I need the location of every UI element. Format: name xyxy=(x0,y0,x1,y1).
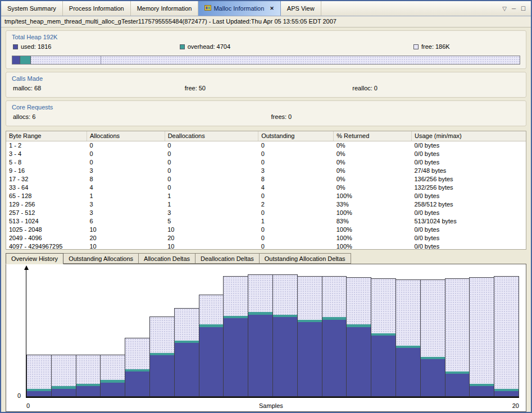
table-row[interactable]: 17 - 328080%136/256 bytes xyxy=(6,175,526,183)
tab-malloc-information[interactable]: Malloc Information✕ xyxy=(198,1,280,16)
table-cell: 0 xyxy=(258,208,334,217)
table-row[interactable]: 5 - 80000%0/0 bytes xyxy=(6,158,526,166)
tab-memory-information[interactable]: Memory Information xyxy=(131,1,199,16)
used-segment xyxy=(347,327,371,396)
column-header-byte-range[interactable]: Byte Range xyxy=(6,131,87,141)
tab-system-summary[interactable]: System Summary xyxy=(1,1,63,16)
stat-malloc: malloc: 68 xyxy=(13,85,41,91)
window-controls: ▽ ─ ☐ xyxy=(497,1,531,16)
sample-bar-8 xyxy=(199,295,224,397)
table-cell: 3 xyxy=(165,208,258,217)
x-axis-title: Samples xyxy=(259,402,283,409)
table-row[interactable]: 1025 - 204810100100%0/0 bytes xyxy=(6,225,526,233)
table-cell: 100% xyxy=(334,191,412,200)
used-segment xyxy=(52,389,76,396)
table-row[interactable]: 2049 - 409620200100%0/0 bytes xyxy=(6,233,526,242)
view-tabbar: System SummaryProcess InformationMemory … xyxy=(1,1,531,16)
table-cell: 33% xyxy=(334,200,412,208)
sample-bar-2 xyxy=(51,355,76,397)
heap-used-segment xyxy=(12,56,20,64)
table-cell: 6 xyxy=(87,217,165,225)
sample-bar-9 xyxy=(223,276,248,397)
table-row[interactable]: 33 - 644040%132/256 bytes xyxy=(6,183,526,191)
column-header-returned[interactable]: % Returned xyxy=(334,131,412,141)
view-menu-chevron-icon[interactable]: ▽ xyxy=(502,6,507,12)
table-cell: 257 - 512 xyxy=(6,208,87,217)
table-cell: 27/48 bytes xyxy=(412,166,526,175)
minimize-icon[interactable]: ─ xyxy=(512,6,516,12)
table-row[interactable]: 65 - 128110100%0/0 bytes xyxy=(6,191,526,200)
used-segment xyxy=(199,327,224,396)
table-cell: 0/0 bytes xyxy=(412,149,526,158)
core-requests-section: Core Requests allocs: 6frees: 0 xyxy=(6,100,526,126)
column-header-usage-min-max[interactable]: Usage (min/max) xyxy=(412,131,526,141)
sample-bar-15 xyxy=(371,278,396,397)
malloc-tab-icon xyxy=(204,4,211,12)
tab-label: Malloc Information xyxy=(213,5,264,12)
table-row[interactable]: 1 - 20000%0/0 bytes xyxy=(6,141,526,149)
status-header: tmp/test_heap_mem_thread_multi_alloc_gTe… xyxy=(1,16,531,27)
byte-range-table: Byte RangeAllocationsDeallocationsOutsta… xyxy=(6,131,526,250)
table-cell: 3 xyxy=(258,166,334,175)
table-cell: 4097 - 4294967295 xyxy=(6,242,87,250)
table-cell: 4 xyxy=(87,183,165,191)
table-cell: 258/512 bytes xyxy=(412,200,526,208)
used-segment xyxy=(273,317,297,396)
malloc-tool-window: System SummaryProcess InformationMemory … xyxy=(0,0,532,413)
column-header-deallocations[interactable]: Deallocations xyxy=(165,131,258,141)
free-segment xyxy=(347,278,371,325)
table-cell: 132/256 bytes xyxy=(412,183,526,191)
table-row[interactable]: 4097 - 429496729510100100%0/0 bytes xyxy=(6,242,526,250)
table-row[interactable]: 3 - 40000%0/0 bytes xyxy=(6,149,526,158)
table-cell: 1 - 2 xyxy=(6,141,87,149)
table-cell: 0 xyxy=(87,149,165,158)
table-cell: 9 - 16 xyxy=(6,166,87,175)
tab-aps-view[interactable]: APS View xyxy=(281,1,321,16)
sample-bar-5 xyxy=(125,338,150,397)
free-segment xyxy=(76,355,101,384)
stat-realloc: realloc: 0 xyxy=(352,85,378,91)
y-axis-arrow-icon xyxy=(24,265,29,270)
tab-process-information[interactable]: Process Information xyxy=(63,1,131,16)
table-cell: 0/0 bytes xyxy=(412,158,526,166)
table-cell: 4 xyxy=(258,183,334,191)
table-cell: 3 - 4 xyxy=(6,149,87,158)
legend-text: overhead: 4704 xyxy=(188,43,230,50)
stat-free: free: 50 xyxy=(185,85,206,91)
maximize-icon[interactable]: ☐ xyxy=(521,6,526,12)
table-cell: 8 xyxy=(258,175,334,183)
header-text: tmp/test_heap_mem_thread_multi_alloc_gTe… xyxy=(4,18,337,25)
legend-item-used: used: 1816 xyxy=(13,43,51,50)
table-cell: 3 xyxy=(87,166,165,175)
table-row[interactable]: 257 - 512330100%0/0 bytes xyxy=(6,208,526,217)
table-row[interactable]: 129 - 25631233%258/512 bytes xyxy=(6,200,526,208)
used-segment xyxy=(421,359,445,396)
chart-tab-allocation-deltas[interactable]: Allocation Deltas xyxy=(138,253,195,264)
chart-tab-outstanding-allocations[interactable]: Outstanding Allocations xyxy=(63,253,139,264)
table-cell: 65 - 128 xyxy=(6,191,87,200)
sample-bar-7 xyxy=(174,308,199,397)
chart-bars xyxy=(26,273,519,397)
close-tab-icon[interactable]: ✕ xyxy=(270,6,274,11)
sample-bar-17 xyxy=(420,279,445,397)
legend-text: free: 186K xyxy=(421,43,450,50)
sample-bar-6 xyxy=(149,316,175,397)
table-cell: 0 xyxy=(258,233,334,242)
sample-bar-16 xyxy=(395,279,421,397)
chart-tab-outstanding-allocation-deltas[interactable]: Outstanding Allocation Deltas xyxy=(259,253,351,264)
table-cell: 0 xyxy=(258,158,334,166)
x-axis-line xyxy=(26,397,519,398)
sample-bar-3 xyxy=(76,355,101,397)
chart-tab-deallocation-deltas[interactable]: Deallocation Deltas xyxy=(195,253,260,264)
column-header-allocations[interactable]: Allocations xyxy=(87,131,165,141)
table-row[interactable]: 513 - 102465183%513/1024 bytes xyxy=(6,217,526,225)
table-row[interactable]: 9 - 163030%27/48 bytes xyxy=(6,166,526,175)
column-header-outstanding[interactable]: Outstanding xyxy=(258,131,334,141)
used-segment xyxy=(27,391,51,396)
table-header-row: Byte RangeAllocationsDeallocationsOutsta… xyxy=(6,131,526,141)
table-cell: 0/0 bytes xyxy=(412,191,526,200)
x-axis-max-label: 20 xyxy=(512,402,519,409)
chart-tab-overview-history[interactable]: Overview History xyxy=(6,253,63,264)
table-cell: 20 xyxy=(165,233,258,242)
free-segment xyxy=(396,280,420,346)
